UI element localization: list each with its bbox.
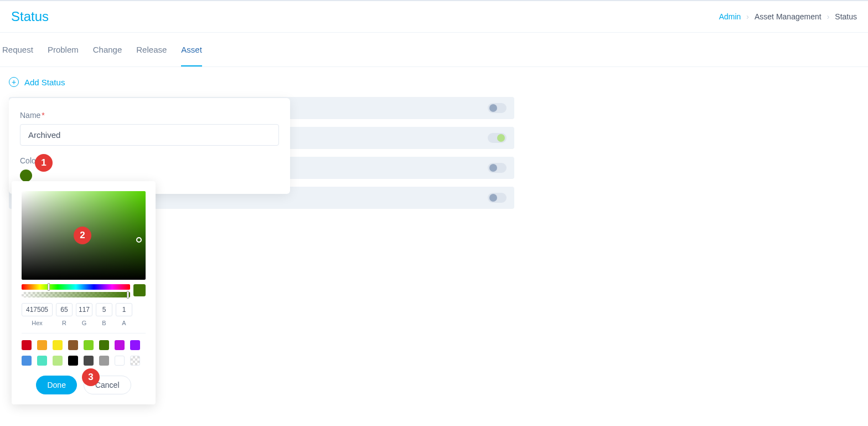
divider: [22, 333, 146, 333]
tab-problem[interactable]: Problem: [48, 33, 79, 66]
breadcrumb-asset-management[interactable]: Asset Management: [755, 12, 822, 21]
b-label: B: [96, 320, 112, 326]
preset-orange[interactable]: [37, 340, 47, 350]
a-label: A: [116, 320, 132, 326]
b-input[interactable]: [96, 303, 112, 316]
name-label: Name*: [20, 111, 45, 120]
toggle[interactable]: [488, 193, 507, 203]
toggle[interactable]: [488, 163, 507, 173]
done-button[interactable]: Done: [36, 376, 76, 394]
page-title: Status: [11, 9, 49, 24]
callout-3: 3: [82, 368, 100, 386]
callout-1: 1: [35, 154, 53, 172]
name-input[interactable]: [20, 124, 279, 146]
hex-label: Hex: [22, 320, 53, 326]
breadcrumb-status: Status: [835, 12, 857, 21]
tab-request[interactable]: Request: [2, 33, 33, 66]
r-input[interactable]: [56, 303, 73, 316]
plus-circle-icon: +: [9, 77, 19, 87]
callout-2: 2: [74, 227, 91, 244]
tab-release[interactable]: Release: [136, 33, 167, 66]
saturation-cursor[interactable]: [136, 237, 142, 243]
r-label: R: [56, 320, 73, 326]
preset-swatches: [22, 340, 146, 366]
breadcrumb-admin[interactable]: Admin: [719, 12, 741, 21]
tab-change[interactable]: Change: [93, 33, 122, 66]
alpha-slider[interactable]: [22, 292, 130, 297]
g-input[interactable]: [76, 303, 92, 316]
add-status-button[interactable]: + Add Status: [9, 77, 65, 87]
tab-asset[interactable]: Asset: [181, 33, 202, 66]
page-header: Status Admin › Asset Management › Status: [0, 1, 868, 33]
toggle[interactable]: [488, 133, 507, 143]
preset-white[interactable]: [115, 356, 125, 366]
add-status-label: Add Status: [24, 78, 65, 87]
hue-slider[interactable]: [22, 284, 130, 290]
add-status-panel: Name* Color 1: [9, 98, 290, 194]
preset-lightgreen[interactable]: [53, 356, 63, 366]
hue-pointer[interactable]: [48, 283, 50, 291]
preset-teal[interactable]: [37, 356, 47, 366]
preset-gray[interactable]: [99, 356, 109, 366]
preset-transparent[interactable]: [130, 356, 140, 366]
preset-red[interactable]: [22, 340, 32, 350]
preset-lime[interactable]: [84, 340, 94, 350]
preset-green[interactable]: [99, 340, 109, 350]
preset-darkgray[interactable]: [84, 356, 94, 366]
chevron-right-icon: ›: [746, 12, 749, 21]
preset-brown[interactable]: [68, 340, 78, 350]
hex-input[interactable]: [22, 303, 53, 316]
g-label: G: [76, 320, 92, 326]
toggle[interactable]: [488, 103, 507, 113]
preset-yellow[interactable]: [53, 340, 63, 350]
preset-purple[interactable]: [130, 340, 140, 350]
a-input[interactable]: [116, 303, 132, 316]
preset-magenta[interactable]: [115, 340, 125, 350]
color-swatch[interactable]: [20, 170, 32, 182]
current-color-swatch: [133, 284, 146, 296]
tabs: Request Problem Change Release Asset: [0, 33, 868, 67]
chevron-right-icon: ›: [827, 12, 830, 21]
color-picker: Hex R G B A Done Cancel: [12, 181, 156, 404]
alpha-pointer[interactable]: [127, 291, 129, 299]
breadcrumb: Admin › Asset Management › Status: [719, 12, 857, 21]
preset-blue[interactable]: [22, 356, 32, 366]
preset-black[interactable]: [68, 356, 78, 366]
